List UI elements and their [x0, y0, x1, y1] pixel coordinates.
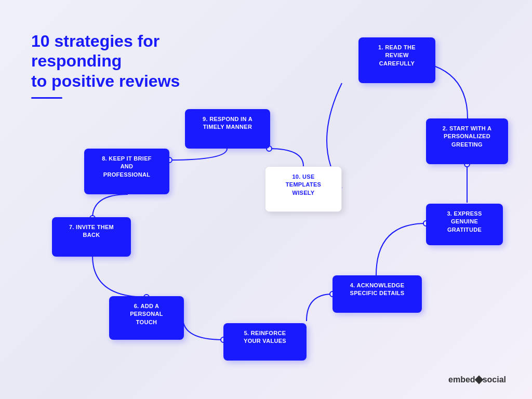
- title-section: 10 strategies for responding to positive…: [31, 31, 229, 99]
- strategy-8: 8. KEEP IT BRIEFANDPROFESSIONAL: [84, 149, 169, 194]
- strategy-1: 1. READ THEREVIEWCAREFULLY: [358, 37, 435, 83]
- title-underline: [31, 97, 62, 99]
- brand-text-right: social: [483, 375, 506, 384]
- strategy-7: 7. INVITE THEMBACK: [52, 217, 131, 257]
- brand: embedsocial: [448, 375, 506, 384]
- strategy-3: 3. EXPRESSGENUINEGRATITUDE: [426, 204, 503, 245]
- strategy-4: 4. ACKNOWLEDGESPECIFIC DETAILS: [332, 275, 422, 313]
- main-title: 10 strategies for responding to positive…: [31, 31, 229, 91]
- strategy-6: 6. ADD APERSONALTOUCH: [109, 296, 184, 340]
- strategy-9: 9. RESPOND IN ATIMELY MANNER: [185, 109, 270, 149]
- strategy-5: 5. REINFORCEYOUR VALUES: [223, 323, 307, 361]
- strategy-10: 10. USETEMPLATESWISELY: [265, 166, 342, 212]
- brand-diamond-icon: [474, 375, 483, 384]
- brand-text-left: embed: [448, 375, 475, 384]
- strategy-2: 2. START WITH APERSONALIZEDGREETING: [426, 118, 508, 164]
